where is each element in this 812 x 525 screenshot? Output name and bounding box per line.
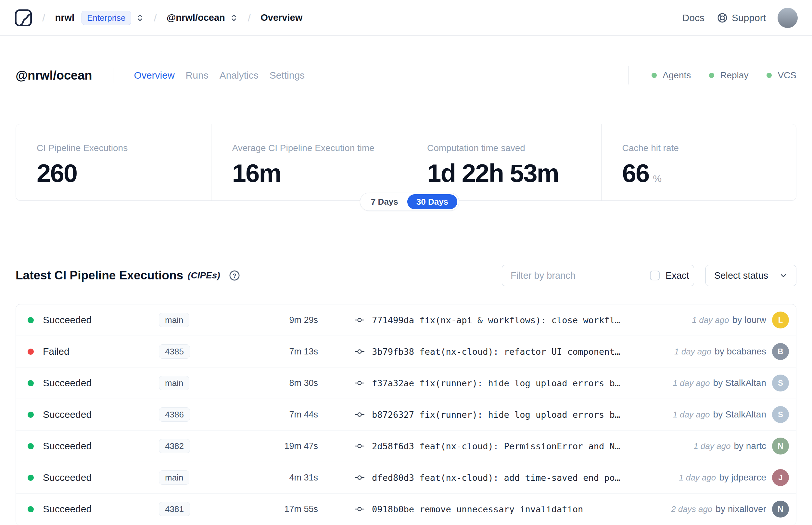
breadcrumb-workspace[interactable]: @nrwl/ocean [167, 12, 225, 23]
git-commit-icon [354, 378, 365, 388]
tab-runs[interactable]: Runs [186, 70, 209, 81]
commit-text: dfed80d3 feat(nx-cloud): add time-saved … [372, 473, 620, 483]
duration: 4m 31s [237, 473, 318, 483]
feature-status-chips: Agents Replay VCS [628, 66, 796, 85]
tab-overview[interactable]: Overview [134, 70, 175, 81]
nx-cloud-logo[interactable] [14, 9, 32, 27]
commit-cell[interactable]: 771499da fix(nx-api & workflows): close … [318, 315, 692, 325]
status-dot [28, 349, 34, 355]
time-author-cell: 1 day agoby bcabanes [674, 346, 766, 357]
nav-right: Docs Support [683, 8, 798, 28]
status-dot [28, 411, 34, 418]
cipe-row[interactable]: Failed 4385 7m 13s 3b79fb38 feat(nx-clou… [16, 336, 796, 368]
svg-text:?: ? [232, 272, 236, 279]
stat-avg-time: Average CI Pipeline Execution time 16m [211, 124, 406, 200]
commit-cell[interactable]: f37a32ae fix(runner): hide log upload er… [318, 378, 673, 388]
author-avatar: N [772, 501, 789, 518]
status-label: Succeeded [43, 409, 92, 420]
chip-replay[interactable]: Replay [709, 70, 748, 80]
author-avatar: S [772, 406, 789, 423]
chevron-down-icon [779, 271, 788, 280]
author-avatar: L [772, 312, 789, 328]
cipe-table: Succeeded main 9m 29s 771499da fix(nx-ap… [16, 304, 796, 525]
author-avatar: S [772, 375, 789, 391]
time-ago: 1 day ago [693, 441, 731, 451]
toggle-30-days[interactable]: 30 Days [407, 194, 457, 209]
toggle-7-days[interactable]: 7 Days [362, 194, 407, 209]
branch-cell: main [159, 470, 237, 485]
branch-cell: 4386 [159, 407, 237, 422]
branch-badge[interactable]: main [159, 376, 189, 390]
cipe-row[interactable]: Succeeded main 4m 31s dfed80d3 feat(nx-c… [16, 462, 796, 494]
commit-cell[interactable]: 2d58f6d3 feat(nx-cloud): PermissionError… [318, 441, 693, 451]
cipe-row[interactable]: Succeeded main 8m 30s f37a32ae fix(runne… [16, 368, 796, 399]
branch-cell: main [159, 376, 237, 390]
commit-text: 0918b0be remove unnecessary invalidation [372, 504, 583, 514]
status-select[interactable]: Select status [705, 265, 796, 286]
docs-link[interactable]: Docs [683, 12, 704, 24]
support-link[interactable]: Support [717, 12, 766, 24]
branch-filter-group: Exact [502, 265, 694, 286]
tab-analytics[interactable]: Analytics [219, 70, 259, 81]
branch-badge[interactable]: 4381 [159, 502, 190, 516]
branch-badge[interactable]: main [159, 313, 189, 327]
commit-cell[interactable]: b8726327 fix(runner): hide log upload er… [318, 409, 673, 420]
status-cell: Failed [28, 346, 159, 357]
author-label: by jdpearce [719, 472, 766, 482]
status-dot [709, 73, 714, 78]
exact-label: Exact [665, 270, 689, 281]
tab-settings[interactable]: Settings [270, 70, 305, 81]
cipe-row[interactable]: Succeeded main 9m 29s 771499da fix(nx-ap… [16, 304, 796, 336]
chip-agents[interactable]: Agents [652, 70, 691, 80]
commit-cell[interactable]: 3b79fb38 feat(nx-cloud): refactor UI com… [318, 346, 674, 357]
git-commit-icon [354, 409, 365, 420]
author-label: by nixallover [716, 504, 766, 514]
cipe-section-header: Latest CI Pipeline Executions (CIPEs) ? … [16, 265, 796, 286]
duration: 19m 47s [237, 441, 318, 451]
top-nav: / nrwl Enterprise / @nrwl/ocean / Overvi… [0, 0, 812, 36]
git-commit-icon [354, 441, 365, 451]
duration: 9m 29s [237, 315, 318, 325]
status-label: Failed [43, 346, 70, 357]
section-title-suffix: (CIPEs) [188, 270, 220, 281]
exact-checkbox[interactable] [650, 271, 660, 280]
branch-filter-input[interactable] [502, 265, 642, 286]
duration: 8m 30s [237, 378, 318, 388]
help-icon[interactable]: ? [229, 270, 240, 281]
git-commit-icon [354, 504, 365, 514]
cipe-row[interactable]: Succeeded 4386 7m 44s b8726327 fix(runne… [16, 399, 796, 431]
time-author-cell: 1 day agoby lourw [692, 315, 766, 325]
workspace-switcher-icon[interactable] [230, 14, 238, 22]
commit-cell[interactable]: dfed80d3 feat(nx-cloud): add time-saved … [318, 472, 679, 483]
branch-cell: 4385 [159, 344, 237, 359]
breadcrumb-separator: / [154, 11, 157, 24]
author-label: by lourw [732, 315, 766, 325]
commit-text: 3b79fb38 feat(nx-cloud): refactor UI com… [372, 347, 620, 357]
divider [113, 68, 113, 83]
user-avatar[interactable] [778, 8, 798, 28]
author-avatar: J [772, 469, 789, 486]
author-label: by nartc [734, 441, 766, 451]
branch-badge[interactable]: 4385 [159, 344, 190, 359]
breadcrumb-separator: / [42, 11, 45, 24]
status-cell: Succeeded [28, 440, 159, 452]
cipe-row[interactable]: Succeeded 4381 17m 55s 0918b0be remove u… [16, 494, 796, 525]
status-label: Succeeded [43, 377, 92, 389]
time-author-cell: 1 day agoby nartc [693, 441, 766, 451]
time-author-cell: 1 day agoby StalkAltan [673, 409, 766, 420]
branch-badge[interactable]: 4386 [159, 407, 190, 422]
branch-badge[interactable]: 4382 [159, 439, 190, 453]
git-commit-icon [354, 472, 365, 483]
author-avatar: N [772, 438, 789, 454]
breadcrumb-org[interactable]: nrwl [55, 12, 74, 23]
status-label: Succeeded [43, 472, 92, 483]
branch-badge[interactable]: main [159, 470, 189, 485]
author-avatar: B [772, 343, 789, 360]
chip-vcs[interactable]: VCS [767, 70, 796, 80]
author-label: by bcabanes [715, 346, 766, 356]
commit-text: b8726327 fix(runner): hide log upload er… [372, 410, 620, 420]
time-ago: 1 day ago [679, 473, 716, 482]
cipe-row[interactable]: Succeeded 4382 19m 47s 2d58f6d3 feat(nx-… [16, 431, 796, 462]
commit-cell[interactable]: 0918b0be remove unnecessary invalidation [318, 504, 671, 514]
org-switcher-icon[interactable] [136, 14, 144, 22]
